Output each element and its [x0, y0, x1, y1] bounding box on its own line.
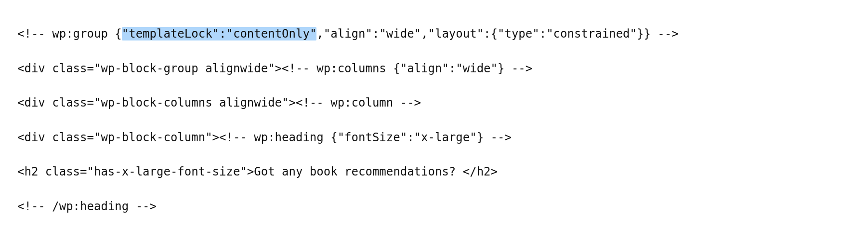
code-line-3: <div class="wp-block-columns alignwide">…: [17, 95, 851, 111]
code-text: <div class="wp-block-group alignwide"><!…: [17, 62, 532, 75]
code-line-1: <!-- wp:group {"templateLock":"contentOn…: [17, 26, 851, 42]
code-line-2: <div class="wp-block-group alignwide"><!…: [17, 61, 851, 77]
code-line-6: <!-- /wp:heading -->: [17, 199, 851, 215]
code-snippet: <!-- wp:group {"templateLock":"contentOn…: [0, 0, 868, 232]
code-text: <h2 class="has-x-large-font-size">Got an…: [17, 165, 498, 178]
code-text: <div class="wp-block-columns alignwide">…: [17, 96, 421, 109]
code-line-5: <h2 class="has-x-large-font-size">Got an…: [17, 164, 851, 180]
code-text: <div class="wp-block-column"><!-- wp:hea…: [17, 131, 512, 144]
code-line-4: <div class="wp-block-column"><!-- wp:hea…: [17, 130, 851, 146]
code-text: <!-- /wp:heading -->: [17, 200, 157, 213]
code-text: <!-- wp:group {: [17, 27, 122, 40]
code-text: ,"align":"wide","layout":{"type":"constr…: [316, 27, 678, 40]
highlighted-code: "templateLock":"contentOnly": [122, 27, 317, 40]
